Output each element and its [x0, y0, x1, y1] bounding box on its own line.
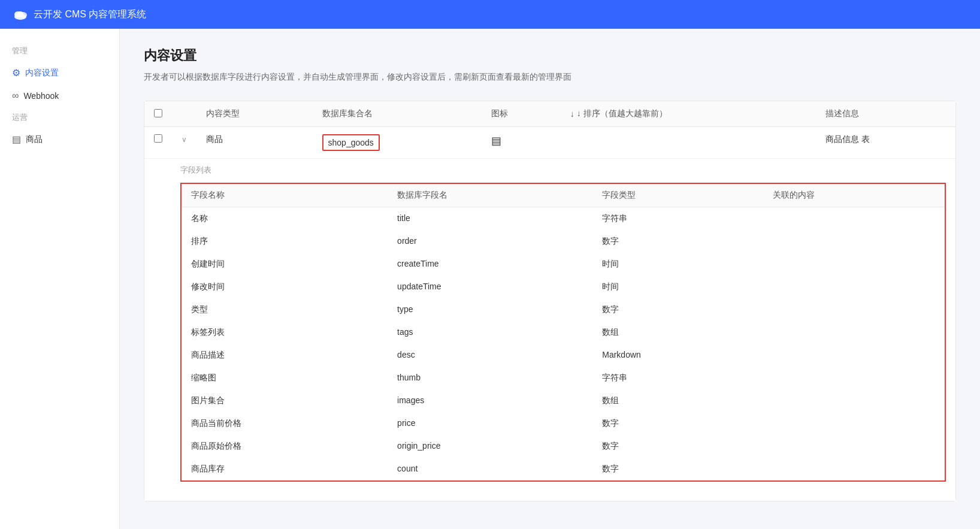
expanded-fields-cell: 字段列表 字段名称 数据库字段名 字段类型 关联 [144, 159, 955, 501]
field-name-cell: 商品描述 [181, 344, 388, 367]
fields-section-title: 字段列表 [180, 165, 946, 178]
fields-table-row: 商品原始价格 origin_price 数字 [181, 435, 945, 458]
db-field-cell: origin_price [388, 435, 592, 458]
cloud-dev-icon [12, 6, 29, 23]
row-icon-cell: ▤ [482, 127, 561, 159]
select-all-checkbox[interactable] [154, 109, 162, 117]
field-name-cell: 名称 [181, 207, 388, 231]
fth-field-name: 字段名称 [181, 183, 388, 207]
related-cell [763, 367, 945, 389]
row-desc: 商品信息 表 [816, 127, 955, 159]
th-expand [172, 101, 196, 127]
row-checkbox[interactable] [154, 134, 162, 143]
sidebar-item-goods[interactable]: ▤ 商品 [0, 128, 119, 151]
header-title: 云开发 CMS 内容管理系统 [34, 8, 146, 21]
sidebar-item-content-settings-label: 内容设置 [25, 68, 59, 78]
sidebar-item-webhook[interactable]: ∞ Webhook [0, 84, 119, 107]
header-logo: 云开发 CMS 内容管理系统 [12, 6, 146, 23]
related-cell [763, 230, 945, 253]
field-type-cell: 数字 [592, 435, 763, 458]
goods-icon: ▤ [12, 134, 21, 145]
field-type-cell: 数组 [592, 321, 763, 344]
fields-header-row: 字段名称 数据库字段名 字段类型 关联的内容 [181, 183, 945, 207]
row-content-type: 商品 [196, 127, 313, 159]
row-checkbox-cell [144, 127, 172, 159]
content-table: 内容类型 数据库集合名 图标 ↓ ↓ 排序（值越大越靠前） 描述信息 [144, 101, 955, 501]
field-type-cell: 数字 [592, 412, 763, 435]
sort-arrow-icon: ↓ [570, 109, 574, 119]
sidebar-section-manage: 管理 [0, 41, 119, 61]
sort-label: ↓ ↓ 排序（值越大越靠前） [570, 108, 806, 119]
db-field-cell: price [388, 412, 592, 435]
fields-table-row: 商品库存 count 数字 [181, 458, 945, 481]
field-type-cell: 字符串 [592, 367, 763, 389]
th-checkbox [144, 101, 172, 127]
field-name-cell: 创建时间 [181, 253, 388, 276]
th-content-type: 内容类型 [196, 101, 313, 127]
th-sort: ↓ ↓ 排序（值越大越靠前） [561, 101, 816, 127]
fields-table: 字段名称 数据库字段名 字段类型 关联的内容 名称 titl [180, 183, 946, 482]
db-field-cell: title [388, 207, 592, 231]
chevron-down-icon[interactable]: ∨ [182, 135, 187, 144]
page-title: 内容设置 [144, 47, 956, 65]
fields-table-row: 类型 type 数字 [181, 298, 945, 321]
fields-table-row: 标签列表 tags 数组 [181, 321, 945, 344]
related-cell [763, 412, 945, 435]
field-type-cell: 数组 [592, 389, 763, 412]
row-sort [561, 127, 816, 159]
app-layout: 管理 ⚙ 内容设置 ∞ Webhook 运营 ▤ 商品 内容设置 开发者可以根据… [0, 29, 980, 529]
content-icon: ▤ [491, 135, 501, 147]
fields-subsection: 字段列表 字段名称 数据库字段名 字段类型 关联 [144, 159, 955, 482]
related-cell [763, 344, 945, 367]
related-cell [763, 253, 945, 276]
gear-icon: ⚙ [12, 67, 20, 78]
sidebar: 管理 ⚙ 内容设置 ∞ Webhook 运营 ▤ 商品 [0, 29, 120, 529]
db-field-cell: count [388, 458, 592, 481]
field-type-cell: Markdown [592, 344, 763, 367]
db-field-cell: thumb [388, 367, 592, 389]
db-field-cell: tags [388, 321, 592, 344]
row-expand-cell[interactable]: ∨ [172, 127, 196, 159]
related-cell [763, 435, 945, 458]
field-name-cell: 标签列表 [181, 321, 388, 344]
field-type-cell: 时间 [592, 276, 763, 298]
field-name-cell: 图片集合 [181, 389, 388, 412]
related-cell [763, 276, 945, 298]
related-cell [763, 321, 945, 344]
sidebar-section-operation: 运营 [0, 107, 119, 128]
header: 云开发 CMS 内容管理系统 [0, 0, 980, 29]
field-name-cell: 商品库存 [181, 458, 388, 481]
sidebar-item-content-settings[interactable]: ⚙ 内容设置 [0, 61, 119, 84]
db-field-cell: images [388, 389, 592, 412]
field-type-cell: 数字 [592, 298, 763, 321]
fields-table-row: 图片集合 images 数组 [181, 389, 945, 412]
field-name-cell: 商品当前价格 [181, 412, 388, 435]
db-field-cell: updateTime [388, 276, 592, 298]
fields-table-row: 商品当前价格 price 数字 [181, 412, 945, 435]
field-name-cell: 商品原始价格 [181, 435, 388, 458]
db-field-cell: desc [388, 344, 592, 367]
field-type-cell: 字符串 [592, 207, 763, 231]
fields-table-row: 创建时间 createTime 时间 [181, 253, 945, 276]
fth-related: 关联的内容 [763, 183, 945, 207]
content-table-wrapper: 内容类型 数据库集合名 图标 ↓ ↓ 排序（值越大越靠前） 描述信息 [144, 101, 956, 501]
field-type-cell: 数字 [592, 458, 763, 481]
table-header-row: 内容类型 数据库集合名 图标 ↓ ↓ 排序（值越大越靠前） 描述信息 [144, 101, 955, 127]
fields-table-row: 缩略图 thumb 字符串 [181, 367, 945, 389]
fth-field-type: 字段类型 [592, 183, 763, 207]
fields-table-row: 排序 order 数字 [181, 230, 945, 253]
row-db-collection: shop_goods [313, 127, 482, 159]
sidebar-item-webhook-label: Webhook [23, 91, 59, 101]
related-cell [763, 458, 945, 481]
fields-table-row: 修改时间 updateTime 时间 [181, 276, 945, 298]
related-cell [763, 298, 945, 321]
fields-table-wrapper: 字段名称 数据库字段名 字段类型 关联的内容 名称 titl [180, 183, 946, 482]
main-content: 内容设置 开发者可以根据数据库字段进行内容设置，并自动生成管理界面，修改内容设置… [120, 29, 980, 529]
webhook-icon: ∞ [12, 90, 19, 101]
fields-table-row: 商品描述 desc Markdown [181, 344, 945, 367]
related-cell [763, 389, 945, 412]
field-name-cell: 类型 [181, 298, 388, 321]
fields-table-row: 名称 title 字符串 [181, 207, 945, 231]
table-row: ∨ 商品 shop_goods ▤ 商品信息 表 [144, 127, 955, 159]
th-desc: 描述信息 [816, 101, 955, 127]
